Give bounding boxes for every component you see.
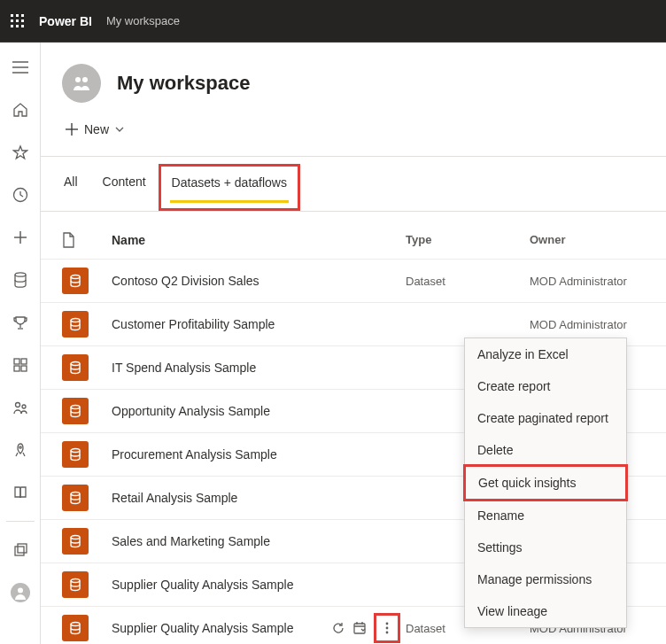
svg-point-41 bbox=[386, 623, 389, 625]
svg-rect-2 bbox=[21, 14, 24, 17]
tab-datasets-highlight: Datasets + dataflows bbox=[159, 164, 300, 211]
ctx-rename[interactable]: Rename bbox=[465, 500, 626, 531]
svg-point-27 bbox=[75, 77, 81, 82]
svg-rect-24 bbox=[18, 544, 27, 553]
svg-rect-19 bbox=[21, 366, 27, 371]
new-button-label: New bbox=[84, 122, 109, 136]
favorites-icon[interactable] bbox=[3, 135, 38, 170]
dataset-owner: MOD Administrator bbox=[530, 275, 645, 288]
refresh-icon[interactable] bbox=[331, 617, 345, 639]
svg-point-21 bbox=[22, 405, 26, 408]
ctx-view-lineage[interactable]: View lineage bbox=[465, 595, 626, 627]
workspace-avatar-icon bbox=[62, 64, 101, 103]
svg-point-28 bbox=[82, 77, 88, 82]
ctx-manage-permissions[interactable]: Manage permissions bbox=[465, 563, 626, 595]
dataset-tile-icon bbox=[62, 354, 89, 381]
ctx-settings[interactable]: Settings bbox=[465, 531, 626, 563]
table-header: Name Type Owner bbox=[41, 221, 666, 260]
dataset-tile-icon bbox=[62, 311, 89, 338]
dataset-tile-icon bbox=[62, 615, 89, 641]
ctx-get-quick-insights-highlight: Get quick insights bbox=[463, 464, 628, 501]
col-header-name[interactable]: Name bbox=[112, 233, 331, 247]
recent-icon[interactable] bbox=[3, 177, 38, 213]
ctx-analyze-in-excel[interactable]: Analyze in Excel bbox=[465, 338, 626, 370]
more-options-highlight bbox=[374, 613, 400, 643]
tabs: All Content Datasets + dataflows bbox=[41, 157, 666, 212]
ctx-delete[interactable]: Delete bbox=[465, 434, 626, 466]
col-header-type[interactable]: Type bbox=[406, 233, 530, 246]
svg-rect-6 bbox=[11, 25, 13, 27]
col-header-owner[interactable]: Owner bbox=[530, 233, 645, 246]
svg-rect-40 bbox=[354, 624, 365, 633]
more-options-icon[interactable] bbox=[376, 617, 398, 639]
brand-label: Power BI bbox=[39, 14, 92, 28]
my-workspace-avatar-icon[interactable] bbox=[3, 575, 38, 610]
svg-point-37 bbox=[71, 536, 80, 539]
dataset-name[interactable]: IT Spend Analysis Sample bbox=[112, 361, 331, 375]
toolbar: New bbox=[41, 113, 666, 157]
home-icon[interactable] bbox=[3, 92, 38, 128]
hamburger-icon[interactable] bbox=[3, 50, 38, 85]
learn-icon[interactable] bbox=[3, 475, 38, 510]
dataset-tile-icon bbox=[62, 398, 89, 424]
svg-rect-5 bbox=[21, 19, 24, 22]
dataset-tile-icon bbox=[62, 528, 89, 555]
svg-point-20 bbox=[15, 403, 19, 407]
svg-rect-7 bbox=[16, 25, 19, 27]
ctx-get-quick-insights[interactable]: Get quick insights bbox=[466, 467, 625, 499]
shared-icon[interactable] bbox=[3, 390, 38, 425]
svg-point-31 bbox=[71, 275, 80, 279]
workspaces-icon[interactable] bbox=[3, 532, 38, 568]
dataset-name[interactable]: Supplier Quality Analysis Sample bbox=[112, 621, 331, 635]
svg-point-39 bbox=[71, 623, 80, 626]
dataset-type: Dataset bbox=[406, 275, 530, 288]
svg-rect-17 bbox=[21, 359, 27, 364]
svg-rect-16 bbox=[14, 359, 19, 364]
svg-rect-1 bbox=[16, 14, 19, 17]
goals-icon[interactable] bbox=[3, 305, 38, 340]
svg-point-42 bbox=[386, 627, 389, 630]
breadcrumb[interactable]: My workspace bbox=[106, 14, 180, 27]
tab-all[interactable]: All bbox=[62, 169, 80, 211]
svg-rect-8 bbox=[21, 25, 24, 27]
col-header-icon bbox=[62, 232, 112, 248]
svg-point-33 bbox=[71, 362, 80, 366]
context-menu: Analyze in Excel Create report Create pa… bbox=[464, 338, 627, 628]
apps-icon[interactable] bbox=[3, 347, 38, 383]
dataset-tile-icon bbox=[62, 571, 89, 598]
dataset-name[interactable]: Contoso Q2 Division Sales bbox=[112, 274, 331, 288]
nav-separator bbox=[6, 521, 35, 522]
svg-point-32 bbox=[71, 319, 80, 322]
tab-datasets[interactable]: Datasets + dataflows bbox=[170, 170, 289, 203]
dataset-name[interactable]: Opportunity Analysis Sample bbox=[112, 404, 331, 418]
svg-point-26 bbox=[18, 588, 23, 594]
dataset-name[interactable]: Procurement Analysis Sample bbox=[112, 447, 331, 462]
dataset-name[interactable]: Sales and Marketing Sample bbox=[112, 534, 331, 548]
schedule-refresh-icon[interactable] bbox=[352, 617, 367, 639]
svg-rect-4 bbox=[16, 19, 19, 22]
app-launcher-icon[interactable] bbox=[11, 14, 25, 28]
dataset-owner: MOD Administrator bbox=[530, 318, 645, 331]
deployment-icon[interactable] bbox=[3, 432, 38, 468]
new-button[interactable]: New bbox=[62, 117, 128, 142]
svg-rect-0 bbox=[11, 14, 13, 17]
dataset-name[interactable]: Retail Analysis Sample bbox=[112, 491, 331, 505]
dataset-tile-icon bbox=[62, 441, 89, 468]
svg-rect-23 bbox=[15, 547, 24, 555]
workspace-header: My workspace bbox=[41, 43, 666, 113]
datasets-icon[interactable] bbox=[3, 262, 38, 298]
svg-point-35 bbox=[71, 449, 80, 453]
create-icon[interactable] bbox=[3, 220, 38, 255]
svg-point-43 bbox=[386, 632, 389, 634]
tab-content[interactable]: Content bbox=[101, 169, 148, 211]
svg-rect-3 bbox=[11, 19, 13, 22]
dataset-tile-icon bbox=[62, 485, 89, 511]
svg-point-38 bbox=[71, 579, 80, 583]
ctx-create-paginated-report[interactable]: Create paginated report bbox=[465, 402, 626, 434]
table-row[interactable]: Contoso Q2 Division SalesDatasetMOD Admi… bbox=[41, 260, 666, 303]
dataset-name[interactable]: Customer Profitability Sample bbox=[112, 317, 331, 331]
left-nav bbox=[0, 43, 41, 644]
dataset-name[interactable]: Supplier Quality Analysis Sample bbox=[112, 578, 331, 592]
svg-point-36 bbox=[71, 493, 80, 496]
ctx-create-report[interactable]: Create report bbox=[465, 370, 626, 402]
